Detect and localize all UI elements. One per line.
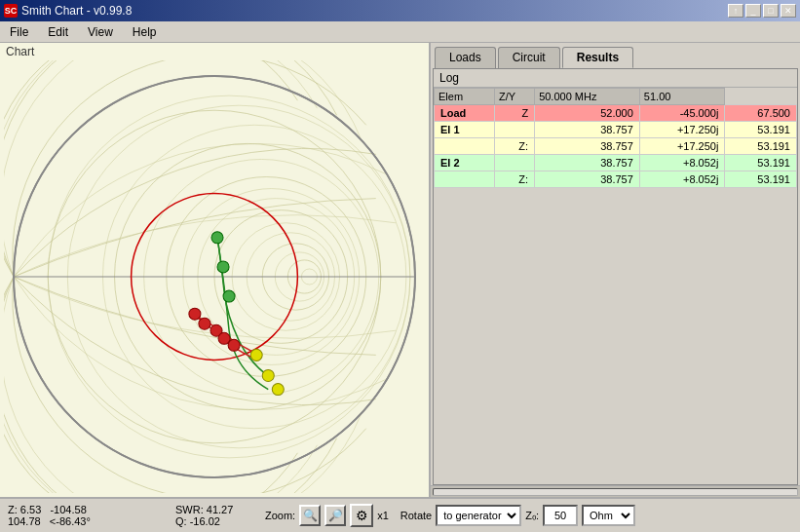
table-row-el2: El 2 38.757 +8.052j 53.191 — [435, 155, 797, 171]
zoom-control: Zoom: 🔍 🔎 ⚙ x1 — [265, 504, 389, 527]
zoom-label: Zoom: — [265, 510, 295, 521]
tab-circuit[interactable]: Circuit — [498, 47, 560, 68]
q-label: Q: — [175, 515, 187, 527]
el1z-val2: +17.250j — [639, 138, 725, 155]
angle-real: 104.78 — [8, 515, 41, 527]
scrollbar-track[interactable] — [433, 488, 798, 496]
rotate-label: Rotate — [400, 510, 432, 521]
el2z-elem — [435, 171, 495, 188]
el2-elem: El 2 — [435, 155, 495, 171]
svg-point-22 — [217, 261, 229, 273]
el1z-val1: 38.757 — [535, 138, 640, 155]
angle-imag: <-86.43° — [50, 515, 91, 527]
title-bar-left: SC Smith Chart - v0.99.8 — [4, 4, 132, 18]
title-bar: SC Smith Chart - v0.99.8 ↑ _ □ ✕ — [0, 0, 800, 21]
swr-line: SWR: 41.27 — [175, 504, 253, 515]
load-val2: -45.000j — [639, 105, 725, 122]
chart-title: Chart — [0, 43, 429, 60]
table-row-el2z: Z: 38.757 +8.052j 53.191 — [435, 171, 797, 188]
status-z-line1: Z: 6.53 -104.58 — [8, 504, 164, 515]
menu-bar: File Edit View Help — [0, 21, 800, 43]
col-freq2: 51.00 — [639, 89, 725, 105]
app-icon: SC — [4, 4, 18, 18]
title-bar-buttons[interactable]: ↑ _ □ ✕ — [728, 4, 796, 18]
menu-help[interactable]: Help — [127, 23, 163, 41]
el1z-val3: 53.191 — [725, 138, 797, 155]
el2z-val3: 53.191 — [725, 171, 797, 188]
z0-input[interactable] — [543, 505, 578, 526]
z-imag: -104.58 — [50, 504, 86, 515]
svg-point-21 — [211, 232, 223, 244]
el2z-val2: +8.052j — [639, 171, 725, 188]
status-z-line2: 104.78 <-86.43° — [8, 515, 164, 527]
el2-zy — [494, 155, 534, 171]
svg-point-23 — [223, 290, 235, 302]
el1-val2: +17.250j — [639, 122, 725, 138]
status-swr-info: SWR: 41.27 Q: -16.02 — [175, 504, 253, 527]
minimize-button[interactable]: _ — [745, 4, 761, 18]
status-z-info: Z: 6.53 -104.58 104.78 <-86.43° — [8, 504, 164, 527]
el1-val3: 53.191 — [725, 122, 797, 138]
q-line: Q: -16.02 — [175, 515, 253, 527]
status-bar: Z: 6.53 -104.58 104.78 <-86.43° SWR: 41.… — [0, 497, 800, 532]
chart-panel: Chart — [0, 43, 431, 497]
right-panel: Loads Circuit Results Log Elem Z/Y 50.00… — [431, 43, 800, 497]
svg-point-24 — [250, 349, 262, 361]
col-zy: Z/Y — [494, 89, 534, 105]
col-elem: Elem — [435, 89, 495, 105]
swr-label: SWR: — [175, 504, 204, 515]
el2z-val1: 38.757 — [535, 171, 640, 188]
el1-zy — [494, 122, 534, 138]
close-button[interactable]: ✕ — [781, 4, 796, 18]
menu-edit[interactable]: Edit — [42, 23, 74, 41]
zoom-val: x1 — [377, 510, 389, 521]
z-real: 6.53 — [20, 504, 41, 515]
rotate-control: Rotate to generator to load Z₀: Ohm — [400, 505, 635, 526]
menu-view[interactable]: View — [82, 23, 119, 41]
z0-unit-select[interactable]: Ohm — [582, 505, 635, 526]
svg-point-26 — [272, 384, 284, 396]
el1z-elem — [435, 138, 495, 155]
zoom-in-button[interactable]: 🔎 — [324, 505, 346, 526]
tab-content: Log Elem Z/Y 50.000 MHz 51.00 Load Z — [433, 68, 798, 485]
tab-loads[interactable]: Loads — [435, 47, 496, 68]
q-val: -16.02 — [190, 515, 220, 527]
load-val1: 52.000 — [535, 105, 640, 122]
el2z-zy: Z: — [494, 171, 534, 188]
el1z-zy: Z: — [494, 138, 534, 155]
log-header: Log — [434, 69, 797, 88]
swr-val: 41.27 — [207, 504, 234, 515]
settings-button[interactable]: ⚙ — [350, 504, 373, 527]
z0-label: Z₀: — [525, 510, 539, 522]
load-elem: Load — [435, 105, 495, 122]
smith-canvas[interactable] — [4, 60, 425, 493]
table-row-el1z: Z: 38.757 +17.250j 53.191 — [435, 138, 797, 155]
svg-point-25 — [262, 369, 274, 381]
load-val3: 67.500 — [725, 105, 797, 122]
z-label: Z: — [8, 504, 18, 515]
col-freq: 50.000 MHz — [535, 89, 640, 105]
zoom-out-button[interactable]: 🔍 — [299, 505, 321, 526]
load-zy: Z — [494, 105, 534, 122]
el2-val1: 38.757 — [535, 155, 640, 171]
el1-elem: El 1 — [435, 122, 495, 138]
el1-val1: 38.757 — [535, 122, 640, 138]
tabs: Loads Circuit Results — [431, 43, 800, 68]
scrollbar-area[interactable] — [431, 485, 800, 497]
el2-val2: +8.052j — [639, 155, 725, 171]
menu-file[interactable]: File — [4, 23, 34, 41]
arrow-button[interactable]: ↑ — [728, 4, 743, 18]
table-row-el1: El 1 38.757 +17.250j 53.191 — [435, 122, 797, 138]
el2-val3: 53.191 — [725, 155, 797, 171]
tab-results[interactable]: Results — [562, 47, 633, 68]
svg-point-31 — [228, 339, 240, 351]
svg-point-28 — [199, 318, 210, 329]
svg-point-27 — [189, 308, 201, 320]
main-content: Chart — [0, 43, 800, 497]
rotate-select[interactable]: to generator to load — [436, 505, 521, 526]
maximize-button[interactable]: □ — [763, 4, 779, 18]
table-row-load: Load Z 52.000 -45.000j 67.500 — [435, 105, 797, 122]
results-table: Elem Z/Y 50.000 MHz 51.00 Load Z 52.000 … — [434, 88, 797, 188]
window-title: Smith Chart - v0.99.8 — [21, 4, 132, 18]
